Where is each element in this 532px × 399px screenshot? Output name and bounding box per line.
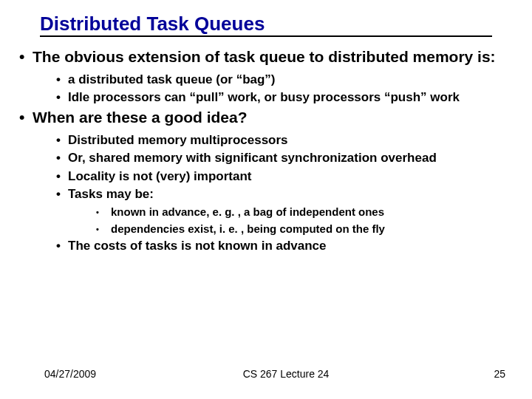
bullet-text: The obvious extension of task queue to d… (33, 48, 496, 65)
slide-title: Distributed Task Queues (40, 13, 492, 37)
bullet-text: a distributed task queue (or “bag”) (68, 72, 276, 86)
bullet-text: dependencies exist, i. e. , being comput… (111, 222, 385, 235)
subsub-bullet-item: dependencies exist, i. e. , being comput… (93, 222, 517, 236)
slide: Distributed Task Queues The obvious exte… (0, 0, 532, 399)
sub-bullet-list: a distributed task queue (or “bag”) Idle… (56, 72, 517, 106)
subsub-bullet-list: known in advance, e. g. , a bag of indep… (93, 205, 517, 236)
bullet-item: When are these a good idea? Distributed … (19, 108, 517, 253)
bullet-text: Idle processors can “pull” work, or busy… (68, 90, 460, 104)
sub-bullet-item: The costs of tasks is not known in advan… (56, 238, 517, 253)
sub-bullet-item: Idle processors can “pull” work, or busy… (56, 89, 517, 105)
title-wrap: Distributed Task Queues (40, 13, 492, 37)
sub-bullet-item: Distributed memory multiprocessors (56, 132, 517, 148)
subsub-bullet-item: known in advance, e. g. , a bag of indep… (93, 205, 517, 219)
footer-center: CS 267 Lecture 24 (96, 368, 476, 380)
sub-bullet-list: Distributed memory multiprocessors Or, s… (56, 132, 517, 253)
sub-bullet-item: Locality is not (very) important (56, 168, 517, 184)
footer-page-number: 25 (476, 368, 505, 380)
footer: 04/27/2009 CS 267 Lecture 24 25 (0, 368, 532, 380)
bullet-item: The obvious extension of task queue to d… (19, 47, 517, 105)
bullet-text: Or, shared memory with significant synch… (68, 151, 437, 165)
sub-bullet-item: a distributed task queue (or “bag”) (56, 72, 517, 87)
bullet-text: known in advance, e. g. , a bag of indep… (111, 205, 384, 218)
footer-date: 04/27/2009 (44, 368, 96, 380)
bullet-text: Locality is not (very) important (68, 169, 251, 183)
sub-bullet-item: Or, shared memory with significant synch… (56, 150, 517, 166)
bullet-text: Tasks may be: (68, 187, 154, 201)
bullet-text: The costs of tasks is not known in advan… (68, 239, 327, 253)
bullet-text: Distributed memory multiprocessors (68, 133, 288, 147)
sub-bullet-item: Tasks may be: known in advance, e. g. , … (56, 186, 517, 236)
bullet-text: When are these a good idea? (33, 109, 248, 126)
bullet-list: The obvious extension of task queue to d… (19, 47, 517, 254)
